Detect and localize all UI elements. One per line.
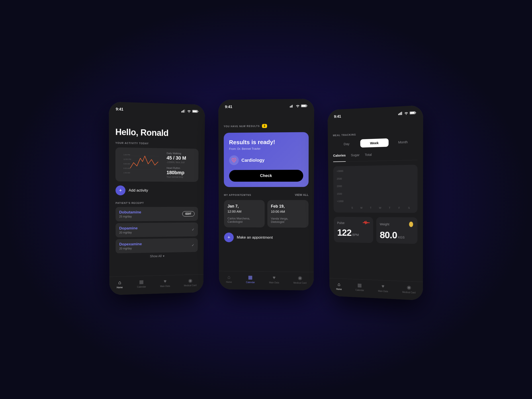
time-left: 9:41 (116, 107, 123, 112)
heart-label: Heart Rythm (166, 166, 195, 169)
pulse-icon (363, 220, 369, 226)
svg-rect-25 (401, 112, 402, 115)
svg-rect-17 (291, 105, 291, 107)
signal-icon-right (398, 112, 403, 116)
add-activity-label: Add activity (129, 188, 148, 193)
wifi-icon-right (404, 111, 408, 115)
weight-card: Weight 80.0 KGS (376, 217, 417, 244)
wifi-icon-center (296, 104, 300, 108)
nav-home-right[interactable]: ⌂ Home (336, 281, 342, 290)
chevron-down-icon: ▾ (163, 254, 165, 258)
svg-rect-23 (399, 113, 400, 115)
svg-rect-28 (415, 112, 416, 113)
nav-medcard-right[interactable]: ◉ Medical Card (402, 284, 416, 294)
patient-receipt-label: PATIENT'S RECEIPT (115, 201, 198, 204)
medication-item-dobutamine: Dobutamine 25 mg/day EDIT (115, 207, 198, 221)
activity-chart: 1:00 PM 12:00 PM 9:00 AM 6:00 AM 1:00 AM (119, 151, 164, 174)
heart-icon-left: ♥ (164, 278, 166, 284)
battery-icon-right (410, 111, 416, 115)
nav-calendar-center[interactable]: ▦ Calendar (246, 274, 255, 284)
nav-home-label-center: Home (226, 281, 232, 283)
nutrient-tabs: Calories Sugar Total (333, 151, 418, 162)
medication-info-3: Dopexamine 20 mg/day (119, 242, 142, 250)
person-icon-left: ◉ (188, 278, 192, 283)
svg-rect-20 (301, 105, 306, 106)
results-card[interactable]: Results is ready! From: Dr. Bennet Travl… (224, 132, 309, 187)
svg-rect-18 (292, 105, 293, 107)
phone-right: 9:41 MEAL TRACKING Day W (328, 105, 423, 300)
tab-calories[interactable]: Calories (333, 153, 346, 162)
svg-rect-3 (184, 109, 185, 112)
greeting: Hello, Ronald (115, 127, 199, 138)
svg-rect-22 (398, 113, 399, 115)
appt-time-1: 12:00 AM (228, 209, 261, 213)
heart-icon-center: ♥ (273, 275, 276, 281)
svg-rect-2 (183, 110, 184, 112)
nav-calendar-left[interactable]: ▦ Calendar (137, 279, 146, 288)
nav-home-center[interactable]: ⌂ Home (226, 274, 232, 283)
nav-maindata-center[interactable]: ♥ Main Data (269, 275, 279, 284)
time-right: 9:41 (334, 114, 341, 119)
make-appointment-button[interactable]: + Make an appointment (224, 232, 309, 243)
person-icon-center: ◉ (298, 275, 302, 281)
medication-name-1: Dobutamine (119, 210, 141, 215)
x-label-t2: T (385, 206, 394, 209)
appt-time-2: 10:00 AM (271, 209, 305, 213)
heart-icon-right: ♥ (381, 283, 384, 289)
medication-item-dopamine: Dopamine 20 mg/day ✓ (115, 222, 198, 237)
tab-month[interactable]: Month (389, 137, 418, 146)
appointment-card-1[interactable]: Jan 7, 12:00 AM Carlos Marchena, Cardiol… (224, 200, 265, 227)
nav-medcard-center[interactable]: ◉ Medical Card (293, 275, 307, 284)
svg-text:1:00 PM: 1:00 PM (123, 154, 130, 156)
calendar-icon-center: ▦ (248, 274, 253, 280)
pulse-value: 122 (337, 228, 351, 237)
time-center: 9:41 (225, 105, 232, 109)
egg-icon (408, 221, 414, 228)
bottom-nav-center: ⌂ Home ▦ Calendar ♥ Main Data ◉ Medical … (219, 271, 314, 290)
nav-home-left[interactable]: ⌂ Home (117, 280, 123, 289)
tab-sugar[interactable]: Sugar (351, 153, 360, 159)
nav-calendar-right[interactable]: ▦ Calendar (355, 282, 364, 291)
appointments-grid: Jan 7, 12:00 AM Carlos Marchena, Cardiol… (224, 200, 309, 228)
appointments-header: MY APPOINTEMTNS VIEW ALL (224, 193, 309, 196)
tab-week[interactable]: Week (360, 138, 388, 148)
tab-total[interactable]: Total (365, 152, 372, 158)
nav-medcard-left[interactable]: ◉ Medical Card (184, 278, 197, 287)
pulse-header: Pulse (337, 220, 370, 226)
home-icon-left: ⌂ (118, 280, 121, 285)
medication-name-2: Dopamine (119, 226, 138, 231)
activity-section-label: YOUR ACTIVITY TODAY (115, 141, 199, 146)
nav-calendar-label-right: Calendar (355, 289, 364, 291)
check-button[interactable]: Check (229, 170, 303, 182)
notch-center (249, 99, 283, 107)
plus-icon-center: + (224, 232, 234, 242)
weight-value: 80.0 (380, 230, 397, 240)
phone-center-screen: 9:41 YOU HAVE NEW RESULTS 3 (218, 99, 314, 290)
home-icon-right: ⌂ (338, 281, 341, 287)
weight-title: Weight (380, 222, 389, 226)
heart-stat: Heart Rythm 180bmp Your normal bmp (166, 166, 195, 178)
view-all-button[interactable]: VIEW ALL (295, 193, 309, 196)
activity-stats: Daily Walking 45 / 30 M -133KKL Nice Job… (166, 152, 195, 178)
appointment-card-2[interactable]: Feb 19, 10:00 AM Vanda Verga, Dietologis… (267, 200, 309, 227)
svg-rect-1 (183, 110, 183, 112)
svg-text:1:00 AM: 1:00 AM (123, 172, 130, 174)
svg-rect-24 (400, 112, 401, 115)
x-label-s2: S (404, 206, 414, 209)
nav-maindata-right[interactable]: ♥ Main Data (378, 283, 388, 293)
notch-left (141, 103, 174, 112)
results-header: YOU HAVE NEW RESULTS 3 (224, 123, 309, 128)
svg-point-29 (409, 222, 413, 227)
edit-button-1[interactable]: EDIT (182, 211, 195, 217)
add-activity-button[interactable]: + Add activity (115, 185, 198, 195)
y-label-2500: 2500 (337, 177, 342, 180)
tab-day[interactable]: Day (333, 139, 361, 148)
nav-maindata-left[interactable]: ♥ Main Data (160, 278, 170, 287)
bars-area (347, 168, 414, 202)
show-all-button[interactable]: Show All ▾ (116, 253, 198, 259)
phone-left: 9:41 Hello, Ronald YOUR ACTIVITY TODA (109, 101, 205, 295)
bottom-nav-left: ⌂ Home ▦ Calendar ♥ Main Data ◉ Medical … (109, 274, 203, 295)
y-label-2000: 2000 (337, 185, 342, 187)
x-label-t: T (366, 206, 375, 209)
nav-home-label-left: Home (117, 286, 123, 289)
